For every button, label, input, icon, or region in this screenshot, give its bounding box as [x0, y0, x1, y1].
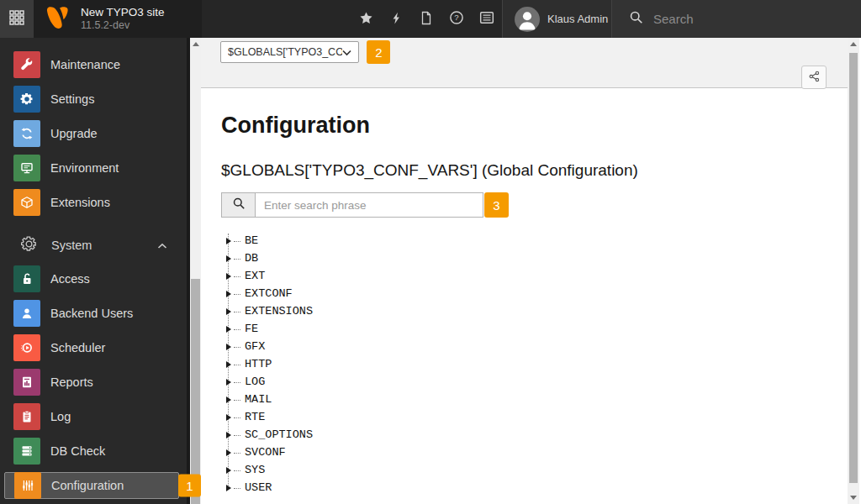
tree-node: SC_OPTIONS: [221, 426, 827, 444]
server-stack-icon: [13, 438, 40, 465]
tree-node-label[interactable]: EXTENSIONS: [245, 305, 313, 318]
scrollbar-thumb[interactable]: [849, 53, 858, 483]
expand-arrow-icon[interactable]: [226, 414, 231, 421]
content-scrollbar: [848, 38, 859, 504]
scroll-down-arrow[interactable]: [850, 496, 857, 500]
sidebar-item-scheduler[interactable]: Scheduler: [0, 334, 187, 361]
module-group-admin: Maintenance Settings Upgrade: [0, 38, 187, 216]
tree-node-label[interactable]: DB: [245, 252, 258, 265]
expand-arrow-icon[interactable]: [226, 396, 231, 403]
username-label: Klaus Admin: [547, 13, 608, 25]
sidebar-item-label: Configuration: [51, 479, 124, 492]
clear-cache-button[interactable]: [381, 0, 411, 38]
sidebar-item-reports[interactable]: Reports: [0, 369, 187, 396]
tree-node-label[interactable]: USER: [245, 481, 272, 494]
sidebar-item-access[interactable]: Access: [0, 265, 187, 292]
tree-search-input[interactable]: [255, 192, 483, 218]
expand-arrow-icon[interactable]: [226, 326, 231, 333]
sidebar-edge: [187, 38, 190, 504]
sidebar-section-system[interactable]: System: [0, 233, 187, 258]
tree-node-label[interactable]: BE: [245, 234, 258, 247]
sidebar-item-backend-users[interactable]: Backend Users: [0, 300, 187, 327]
tree-node-label[interactable]: EXTCONF: [245, 287, 293, 300]
tree-connector: [234, 453, 240, 454]
expand-arrow-icon[interactable]: [226, 361, 231, 368]
chevron-down-icon: [342, 45, 351, 60]
modulemenu-toggle-button[interactable]: [0, 0, 34, 38]
sidebar-item-log[interactable]: Log: [0, 403, 187, 430]
tree-connector: [234, 400, 240, 401]
sidebar-item-label: Log: [50, 410, 71, 423]
expand-arrow-icon[interactable]: [226, 344, 231, 350]
tree-node-label[interactable]: GFX: [245, 340, 265, 353]
help-circle-icon: ?: [449, 10, 464, 28]
sidebar-item-settings[interactable]: Settings: [0, 86, 187, 113]
section-label: System: [51, 239, 92, 252]
user-menu[interactable]: Klaus Admin: [502, 0, 611, 38]
sidebar-item-label: Upgrade: [50, 127, 98, 140]
expand-arrow-icon[interactable]: [226, 467, 231, 474]
sidebar-item-environment[interactable]: Environment: [0, 155, 187, 181]
scroll-up-arrow[interactable]: [850, 42, 857, 46]
expand-arrow-icon[interactable]: [226, 273, 231, 280]
sidebar-item-upgrade[interactable]: Upgrade: [0, 120, 187, 147]
search-addon: [221, 192, 255, 218]
tree-node-label[interactable]: MAIL: [245, 393, 272, 406]
tree-connector: [234, 329, 240, 330]
search-count-badge[interactable]: 3: [484, 192, 509, 218]
tree-node-label[interactable]: EXT: [245, 270, 265, 282]
tree-node-label[interactable]: HTTP: [245, 358, 272, 370]
tree-connector: [234, 276, 240, 277]
sidebar-item-label: Settings: [50, 92, 94, 106]
expand-arrow-icon[interactable]: [226, 255, 231, 262]
chart-document-icon: [13, 369, 40, 396]
sidebar-item-extensions[interactable]: Extensions: [0, 189, 187, 216]
tree-node: DB: [221, 249, 827, 267]
sidebar-item-label: Extensions: [50, 196, 110, 209]
systeminfo-button[interactable]: [472, 0, 502, 38]
avatar: [515, 7, 540, 32]
tree-node-label[interactable]: FE: [245, 323, 258, 335]
tree-connector: [234, 417, 240, 418]
sidebar-item-configuration[interactable]: Configuration 1: [4, 472, 179, 499]
list-box-icon: [479, 10, 494, 28]
tree-node-label[interactable]: SC_OPTIONS: [245, 428, 313, 441]
file-icon: [420, 11, 433, 28]
clipboard-icon: [13, 403, 40, 430]
opendocs-button[interactable]: [411, 0, 441, 38]
expand-arrow-icon[interactable]: [226, 449, 231, 456]
tree-node: EXTCONF: [221, 285, 827, 302]
tree-connector: [234, 488, 240, 489]
wrench-icon: [13, 51, 40, 78]
sidebar-item-db-check[interactable]: DB Check: [0, 438, 187, 465]
topbar-search-input[interactable]: [653, 12, 821, 26]
module-menu-scrollbar: [190, 38, 201, 504]
content-frame: $GLOBALS['TYPO3_CO 2 Configuration $GLOB…: [201, 38, 848, 504]
unlock-icon: [13, 265, 40, 292]
expand-arrow-icon[interactable]: [226, 379, 231, 386]
sidebar-item-label: Access: [50, 272, 90, 286]
sidebar-item-maintenance[interactable]: Maintenance: [0, 51, 187, 78]
share-button[interactable]: [801, 66, 827, 89]
search-icon: [232, 197, 246, 213]
help-button[interactable]: ?: [441, 0, 472, 38]
site-version: 11.5.2-dev: [81, 19, 165, 32]
tree-node-label[interactable]: RTE: [245, 411, 265, 423]
tree-node-label[interactable]: SYS: [245, 464, 265, 476]
tree-node-label[interactable]: SVCONF: [245, 446, 286, 459]
typo3-brand[interactable]: New TYPO3 site 11.5.2-dev: [34, 0, 202, 38]
tree-node: EXT: [221, 267, 827, 285]
bookmark-button[interactable]: [351, 0, 381, 38]
module-group-system: Access Backend Users Scheduler: [0, 265, 187, 499]
expand-arrow-icon[interactable]: [226, 291, 231, 297]
expand-arrow-icon[interactable]: [226, 485, 231, 491]
scrollbar-thumb[interactable]: [191, 279, 200, 504]
expand-arrow-icon[interactable]: [226, 238, 231, 244]
tree-node-label[interactable]: LOG: [245, 375, 265, 388]
page-title: Configuration: [221, 112, 827, 139]
scroll-up-arrow[interactable]: [193, 42, 199, 46]
expand-arrow-icon[interactable]: [226, 432, 231, 438]
tree-node: BE: [221, 232, 827, 249]
configuration-tree-select[interactable]: $GLOBALS['TYPO3_CO: [220, 41, 359, 63]
expand-arrow-icon[interactable]: [226, 308, 231, 315]
